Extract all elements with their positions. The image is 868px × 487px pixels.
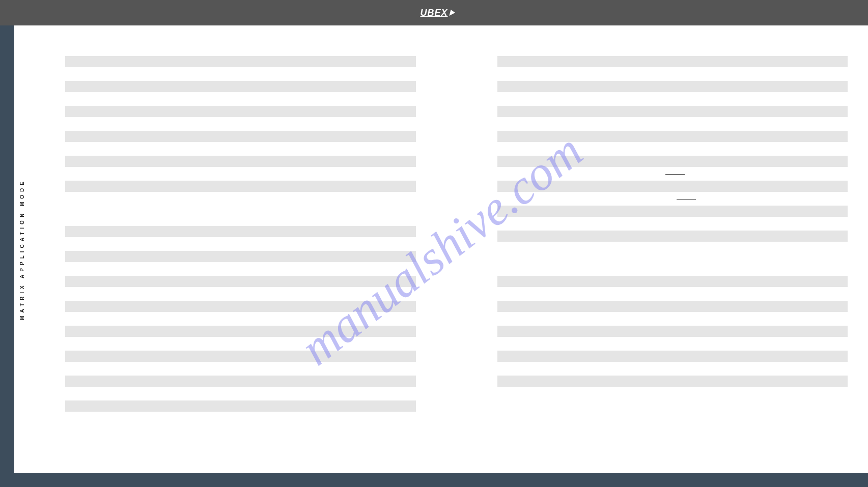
- placeholder-line: [497, 181, 848, 192]
- placeholder-line: [65, 351, 416, 362]
- left-column: [65, 56, 416, 452]
- placeholder-line: [65, 181, 416, 192]
- placeholder-line: [65, 251, 416, 262]
- placeholder-line: [497, 206, 848, 217]
- placeholder-line: [65, 156, 416, 167]
- placeholder-line: [497, 81, 848, 92]
- right-column: [497, 56, 848, 452]
- text-underline: [677, 199, 696, 199]
- placeholder-line: [65, 56, 416, 67]
- placeholder-line: [497, 156, 848, 167]
- placeholder-line: [65, 81, 416, 92]
- placeholder-line: [497, 301, 848, 312]
- placeholder-line: [497, 106, 848, 117]
- placeholder-line: [497, 231, 848, 242]
- brand-logo: UBEX: [420, 8, 447, 18]
- top-bar: UBEX: [0, 0, 868, 25]
- placeholder-line: [497, 276, 848, 287]
- placeholder-line: [65, 131, 416, 142]
- sidebar-vertical-label: MATRIX APPLICATION MODE: [19, 179, 25, 320]
- placeholder-line: [497, 326, 848, 337]
- placeholder-line: [65, 301, 416, 312]
- placeholder-line: [65, 376, 416, 387]
- placeholder-line: [65, 226, 416, 237]
- placeholder-line: [497, 376, 848, 387]
- placeholder-line: [497, 351, 848, 362]
- placeholder-line: [65, 326, 416, 337]
- placeholder-line: [497, 56, 848, 67]
- placeholder-line: [65, 106, 416, 117]
- document-page: MATRIX APPLICATION MODE manualshive.com: [14, 25, 868, 473]
- placeholder-line: [65, 400, 416, 412]
- placeholder-line: [497, 131, 848, 142]
- text-underline: [665, 174, 685, 175]
- content-columns: [65, 56, 848, 452]
- placeholder-line: [65, 276, 416, 287]
